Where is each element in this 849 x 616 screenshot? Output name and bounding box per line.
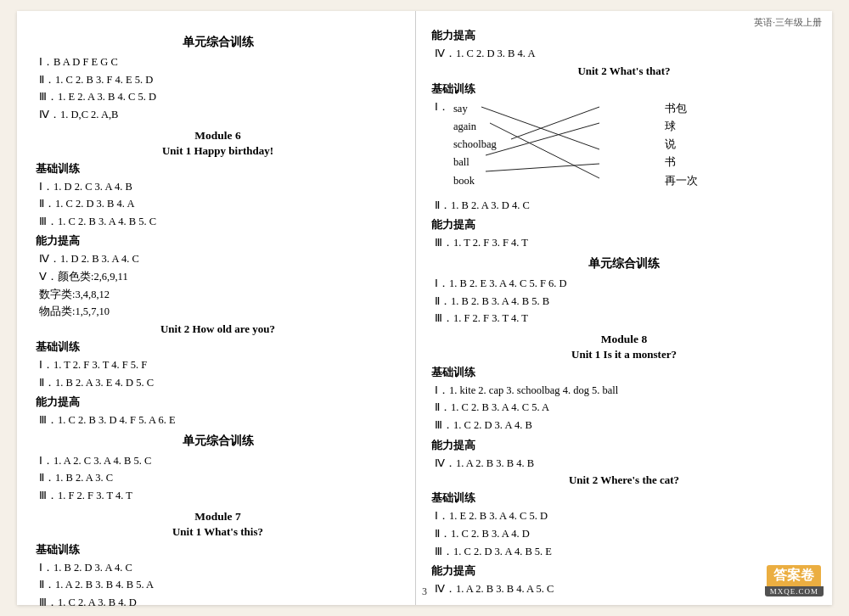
right-sub1: 能力提高 <box>431 29 817 43</box>
right-unit4-adv-title: 能力提高 <box>431 564 817 579</box>
right-unit4-basic-l1: Ⅰ．1. E 2. B 3. A 4. C 5. D <box>435 507 817 525</box>
right-unit3-title: Unit 1 Is it a monster? <box>431 348 817 361</box>
section1-title: 单元综合训练 <box>36 35 400 50</box>
unit3-basic-l3: Ⅲ．1. C 2. A 3. B 4. D <box>39 594 400 612</box>
right-section-l2: Ⅱ．1. B 2. B 3. A 4. B 5. B <box>435 293 817 311</box>
right-section-title: 单元综合训练 <box>431 256 817 272</box>
right-unit3-basic-title: 基础训练 <box>431 366 817 380</box>
right-unit2-adv-l1: Ⅲ．1. T 2. F 3. F 4. T <box>435 234 817 252</box>
right-unit4-title: Unit 2 Where's the cat? <box>431 473 817 487</box>
unit3-title: Unit 1 What's this? <box>36 525 400 539</box>
matching-exercise: Ⅰ． say again schoolbag ball book 书包 球 说 … <box>435 100 817 193</box>
right-unit4-basic-l2: Ⅱ．1. C 2. B 3. A 4. D <box>435 525 817 543</box>
unit1-basic-l3: Ⅲ．1. C 2. B 3. A 4. B 5. C <box>39 213 400 231</box>
unit2-sub2: 能力提高 <box>36 395 400 410</box>
svg-line-2 <box>511 107 599 139</box>
right-section-l3: Ⅲ．1. F 2. F 3. T 4. T <box>435 310 817 328</box>
right-unit4-basic-title: 基础训练 <box>431 491 817 506</box>
right-unit2-l2: Ⅱ．1. B 2. A 3. D 4. C <box>435 197 817 215</box>
watermark: 答案卷 MXQE.COM <box>765 565 824 596</box>
unit1-basic-l1: Ⅰ．1. D 2. C 3. A 4. B <box>39 178 400 196</box>
unit2-adv-l1: Ⅲ．1. C 2. B 3. D 4. F 5. A 6. E <box>39 412 400 429</box>
section1-line3: Ⅲ．1. E 2. A 3. B 4. C 5. D <box>39 88 400 106</box>
unit2-sub1: 基础训练 <box>36 340 400 355</box>
right-unit2-sub2: 能力提高 <box>431 218 817 232</box>
unit2-title: Unit 2 How old are you? <box>36 322 400 336</box>
right-unit2-basic: 基础训练 <box>431 82 817 97</box>
right-unit2-title: Unit 2 What's that? <box>431 64 817 78</box>
right-unit4-adv-l1: Ⅳ．1. A 2. B 3. B 4. A 5. C <box>435 580 817 598</box>
unit1-sub1: 基础训练 <box>36 162 400 176</box>
unit3-basic-l1: Ⅰ．1. B 2. D 3. A 4. C <box>39 559 400 577</box>
module6-title: Module 6 <box>36 129 400 143</box>
unit1-adv-l1: Ⅳ．1. D 2. B 3. A 4. C <box>39 250 400 268</box>
left-panel: 单元综合训练 Ⅰ．B A D F E G C Ⅱ．1. C 2. B 3. F … <box>17 11 416 605</box>
module7-title: Module 7 <box>36 510 400 524</box>
right-unit3-adv-title: 能力提高 <box>431 439 817 453</box>
section1-line1: Ⅰ．B A D F E G C <box>39 53 400 71</box>
unit1-title: Unit 1 Happy birthday! <box>36 144 400 158</box>
right-section-l1: Ⅰ．1. B 2. E 3. A 4. C 5. F 6. D <box>435 275 817 293</box>
section2-l2: Ⅱ．1. B 2. A 3. C <box>39 469 400 487</box>
right-unit3-adv-l1: Ⅳ．1. A 2. B 3. B 4. B <box>435 455 817 473</box>
unit1-adv-l4: 物品类:1,5,7,10 <box>39 303 400 321</box>
watermark-bottom: MXQE.COM <box>765 586 824 596</box>
right-unit4-basic-l3: Ⅲ．1. C 2. D 3. A 4. B 5. E <box>435 543 817 561</box>
unit3-sub1: 基础训练 <box>36 543 400 557</box>
svg-line-4 <box>486 164 599 171</box>
right-adv1-l1: Ⅳ．1. C 2. D 3. B 4. A <box>435 45 817 63</box>
match-lines-svg <box>435 100 723 193</box>
right-unit3-basic-l1: Ⅰ．1. kite 2. cap 3. schoolbag 4. dog 5. … <box>435 382 817 400</box>
unit1-basic-l2: Ⅱ．1. C 2. D 3. B 4. A <box>39 195 400 213</box>
right-unit3-basic-l2: Ⅱ．1. C 2. B 3. A 4. C 5. A <box>435 399 817 417</box>
watermark-top: 答案卷 <box>767 565 821 586</box>
section1-line2: Ⅱ．1. C 2. B 3. F 4. E 5. D <box>39 71 400 89</box>
unit1-adv-l3: 数字类:3,4,8,12 <box>39 286 400 304</box>
page-number: 3 <box>422 585 427 598</box>
unit3-basic-l2: Ⅱ．1. A 2. B 3. B 4. B 5. A <box>39 576 400 594</box>
unit1-adv-l2: Ⅴ．颜色类:2,6,9,11 <box>39 268 400 286</box>
section1-line4: Ⅳ．1. D,C 2. A,B <box>39 106 400 124</box>
section2-l1: Ⅰ．1. A 2. C 3. A 4. B 5. C <box>39 452 400 470</box>
section2-title: 单元综合训练 <box>36 434 400 449</box>
unit2-basic-l1: Ⅰ．1. T 2. F 3. T 4. F 5. F <box>39 356 400 374</box>
unit1-sub2: 能力提高 <box>36 234 400 249</box>
section2-l3: Ⅲ．1. F 2. F 3. T 4. T <box>39 487 400 505</box>
right-unit3-basic-l3: Ⅲ．1. C 2. D 3. A 4. B <box>435 417 817 434</box>
module8-title: Module 8 <box>431 333 817 346</box>
right-panel: 能力提高 Ⅳ．1. C 2. D 3. B 4. A Unit 2 What's… <box>416 11 832 605</box>
unit2-basic-l2: Ⅱ．1. B 2. A 3. E 4. D 5. C <box>39 374 400 392</box>
